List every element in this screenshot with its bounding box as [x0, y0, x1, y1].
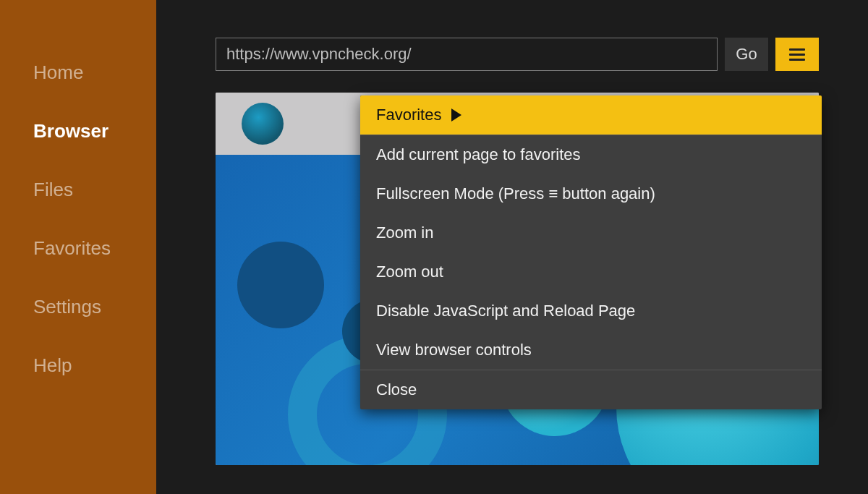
sidebar: Home Browser Files Favorites Settings He…	[0, 0, 156, 494]
browser-menu-button[interactable]	[775, 38, 819, 71]
sidebar-item-settings[interactable]: Settings	[0, 278, 156, 336]
menu-item-add-favorite[interactable]: Add current page to favorites	[360, 135, 822, 174]
menu-item-disable-js[interactable]: Disable JavaScript and Reload Page	[360, 291, 822, 331]
menu-item-label: Add current page to favorites	[376, 145, 581, 164]
menu-item-label: Fullscreen Mode (Press ≡ button again)	[376, 184, 655, 203]
sidebar-item-browser[interactable]: Browser	[0, 102, 156, 161]
submenu-arrow-icon	[451, 108, 461, 122]
menu-item-close[interactable]: Close	[360, 370, 822, 409]
sidebar-item-favorites[interactable]: Favorites	[0, 219, 156, 278]
menu-item-label: View browser controls	[376, 341, 532, 359]
sidebar-item-home[interactable]: Home	[0, 43, 156, 102]
menu-item-label: Zoom in	[376, 223, 433, 242]
menu-item-fullscreen[interactable]: Fullscreen Mode (Press ≡ button again)	[360, 174, 822, 213]
menu-item-label: Favorites	[376, 106, 441, 124]
menu-item-view-controls[interactable]: View browser controls	[360, 331, 822, 370]
sidebar-item-files[interactable]: Files	[0, 161, 156, 219]
go-button[interactable]: Go	[725, 38, 768, 71]
menu-item-label: Close	[376, 380, 417, 399]
url-input[interactable]	[216, 38, 718, 71]
address-bar-row: Go	[216, 38, 819, 71]
site-logo	[242, 103, 284, 145]
hamburger-icon	[789, 54, 805, 56]
browser-context-menu: Favorites Add current page to favorites …	[360, 95, 822, 409]
main-area: Go Favorites	[156, 0, 868, 494]
menu-item-zoom-in[interactable]: Zoom in	[360, 213, 822, 252]
decorative-circle	[237, 242, 324, 328]
menu-item-label: Zoom out	[376, 263, 443, 281]
menu-item-zoom-out[interactable]: Zoom out	[360, 252, 822, 291]
sidebar-item-help[interactable]: Help	[0, 336, 156, 395]
menu-item-label: Disable JavaScript and Reload Page	[376, 302, 635, 320]
menu-item-favorites[interactable]: Favorites	[360, 95, 822, 135]
